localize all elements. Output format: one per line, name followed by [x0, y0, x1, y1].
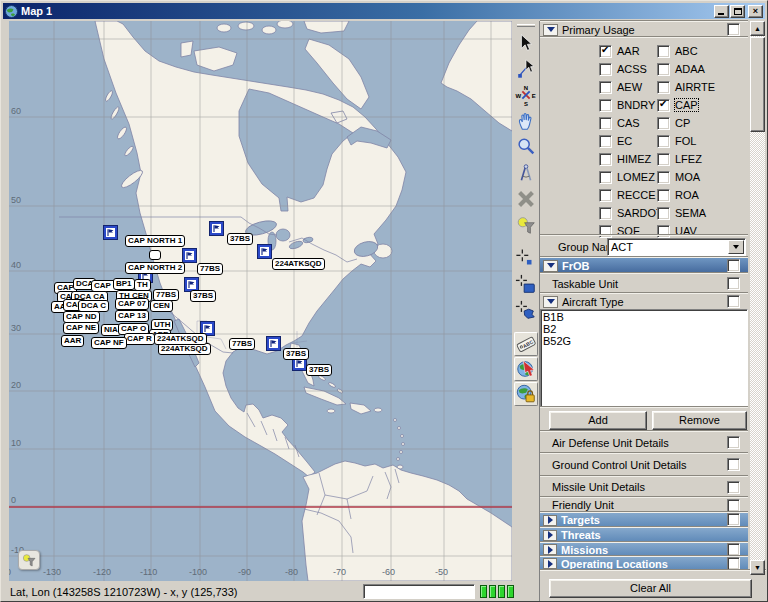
usage-option-bndry[interactable]: BNDRY: [599, 98, 655, 112]
aircraft-type-checkbox[interactable]: [727, 295, 740, 308]
status-textbox[interactable]: [363, 584, 475, 599]
unit-flag-icon[interactable]: [104, 226, 117, 239]
collapse-toggle-icon[interactable]: [543, 260, 558, 272]
usage-option-ec[interactable]: EC: [599, 134, 632, 148]
aircraft-type-list[interactable]: B1BB2B52G: [540, 309, 748, 407]
toolbar-grip[interactable]: [517, 24, 535, 27]
select-tool-icon[interactable]: [513, 30, 538, 55]
usage-option-abc[interactable]: ABC: [657, 44, 698, 58]
detail-row-checkbox[interactable]: [727, 499, 740, 512]
section-header-missions[interactable]: Missions: [540, 542, 748, 556]
scroll-thumb[interactable]: [750, 37, 765, 132]
section-header-primary-usage[interactable]: Primary Usage: [540, 21, 748, 37]
section-header-frob[interactable]: FrOB: [540, 257, 748, 273]
usage-option-fol[interactable]: FOL: [657, 134, 696, 148]
expand-toggle-icon[interactable]: [543, 558, 557, 569]
usage-checkbox[interactable]: [657, 99, 670, 112]
section-checkbox[interactable]: [727, 513, 740, 526]
edit-node-tool-icon[interactable]: [513, 56, 538, 81]
pan-tool-icon[interactable]: [513, 108, 538, 133]
usage-checkbox[interactable]: [657, 63, 670, 76]
usage-checkbox[interactable]: [657, 135, 670, 148]
usage-checkbox[interactable]: [599, 45, 612, 58]
group-name-combobox[interactable]: ACT: [607, 238, 746, 256]
usage-option-moa[interactable]: MOA: [657, 170, 700, 184]
globe-lock-tool-icon[interactable]: [514, 382, 538, 406]
usage-option-cp[interactable]: CP: [657, 116, 690, 130]
scroll-down-icon[interactable]: ▼: [750, 560, 765, 575]
frob-checkbox[interactable]: [727, 259, 740, 272]
minimize-button[interactable]: [714, 5, 729, 18]
usage-checkbox[interactable]: [657, 153, 670, 166]
aircraft-list-item[interactable]: B52G: [543, 335, 747, 347]
usage-option-aar[interactable]: AAR: [599, 44, 640, 58]
section-checkbox[interactable]: [727, 557, 740, 570]
section-header-targets[interactable]: Targets: [540, 512, 748, 527]
usage-option-lfez[interactable]: LFEZ: [657, 152, 702, 166]
usage-option-sardot[interactable]: SARDOT: [599, 206, 663, 220]
add-button[interactable]: Add: [549, 411, 647, 430]
label-tag-tool-icon[interactable]: ABC: [514, 332, 538, 356]
measure-tool-icon[interactable]: [513, 160, 538, 185]
usage-option-adaa[interactable]: ADAA: [657, 62, 705, 76]
expand-toggle-icon[interactable]: [543, 515, 557, 526]
maximize-button[interactable]: [730, 5, 745, 18]
section-checkbox[interactable]: [727, 543, 740, 556]
section-header-aircraft-type[interactable]: Aircraft Type: [540, 293, 748, 309]
usage-option-recce[interactable]: RECCE: [599, 188, 656, 202]
usage-option-roa[interactable]: ROA: [657, 188, 699, 202]
usage-checkbox[interactable]: [599, 153, 612, 166]
usage-checkbox[interactable]: [599, 81, 612, 94]
collapse-toggle-icon[interactable]: [543, 296, 558, 308]
usage-option-lomez[interactable]: LOMEZ: [599, 170, 655, 184]
usage-checkbox[interactable]: [599, 171, 612, 184]
usage-option-acss[interactable]: ACSS: [599, 62, 647, 76]
delete-tool-icon[interactable]: [513, 186, 538, 211]
unit-flag-icon[interactable]: [267, 337, 280, 350]
scroll-up-icon[interactable]: ▲: [750, 21, 765, 36]
usage-option-airrte[interactable]: AIRRTE: [657, 80, 715, 94]
unit-flag-icon[interactable]: [210, 222, 223, 235]
usage-checkbox[interactable]: [599, 63, 612, 76]
add-point-tool-icon[interactable]: [513, 246, 538, 271]
detail-row-checkbox[interactable]: [727, 436, 740, 449]
expand-toggle-icon[interactable]: [543, 530, 557, 541]
usage-option-cap[interactable]: CAP: [657, 98, 698, 112]
usage-option-cas[interactable]: CAS: [599, 116, 640, 130]
unit-flag-icon[interactable]: [183, 249, 196, 262]
detail-row-checkbox[interactable]: [727, 481, 740, 494]
globe-export-tool-icon[interactable]: [514, 357, 538, 381]
usage-checkbox[interactable]: [657, 207, 670, 220]
usage-checkbox[interactable]: [657, 81, 670, 94]
add-polygon-tool-icon[interactable]: [513, 298, 538, 323]
expand-toggle-icon[interactable]: [543, 544, 557, 555]
detail-row-friendly-unit[interactable]: Friendly Unit: [540, 497, 748, 512]
usage-checkbox[interactable]: [599, 189, 612, 202]
compass-tool-icon[interactable]: NSWE: [513, 82, 538, 107]
usage-option-himez[interactable]: HIMEZ: [599, 152, 651, 166]
close-button[interactable]: ×: [748, 5, 763, 18]
combo-dropdown-icon[interactable]: [728, 240, 744, 254]
section-header-operating-locations[interactable]: Operating Locations: [540, 556, 748, 570]
usage-checkbox[interactable]: [599, 135, 612, 148]
usage-checkbox[interactable]: [599, 207, 612, 220]
usage-option-sema[interactable]: SEMA: [657, 206, 706, 220]
map-canvas[interactable]: 6050403020100-10 -140-130-120-110-100-90…: [9, 21, 512, 581]
aircraft-list-item[interactable]: B1B: [543, 311, 747, 323]
detail-row-checkbox[interactable]: [727, 458, 740, 471]
filter-tool-icon[interactable]: [513, 212, 538, 237]
detail-row-air-defense-unit-details[interactable]: Air Defense Unit Details: [540, 431, 748, 453]
usage-checkbox[interactable]: [657, 117, 670, 130]
detail-row-ground-control-unit-details[interactable]: Ground Control Unit Details: [540, 453, 748, 476]
title-bar[interactable]: Map 1 ×: [3, 3, 765, 19]
panel-scrollbar[interactable]: ▲ ▼: [750, 21, 765, 575]
collapse-toggle-icon[interactable]: [543, 24, 558, 36]
unit-flag-icon[interactable]: [258, 245, 271, 258]
section-header-threats[interactable]: Threats: [540, 527, 748, 542]
taskable-unit-checkbox[interactable]: [727, 277, 740, 290]
usage-checkbox[interactable]: [599, 99, 612, 112]
detail-row-missile-unit-details[interactable]: Missile Unit Details: [540, 476, 748, 497]
primary-usage-checkbox[interactable]: [727, 23, 740, 36]
zoom-tool-icon[interactable]: [513, 134, 538, 159]
aircraft-list-item[interactable]: B2: [543, 323, 747, 335]
